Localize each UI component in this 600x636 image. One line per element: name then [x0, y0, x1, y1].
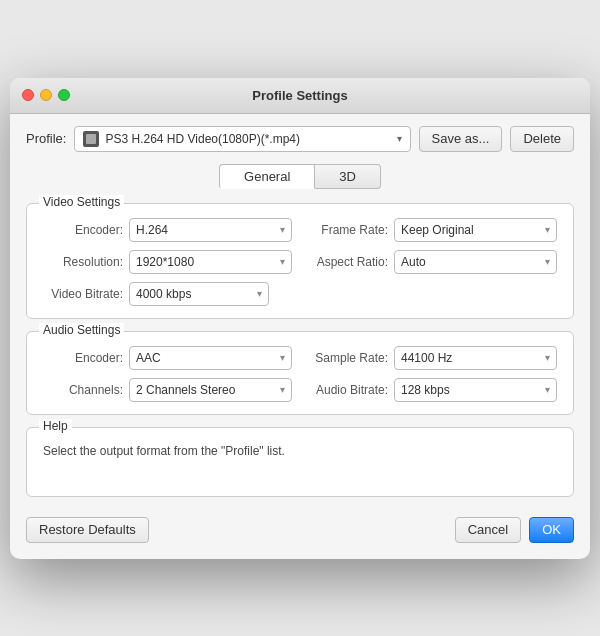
aspect-ratio-value: Auto: [401, 255, 426, 269]
content-area: Profile: PS3 H.264 HD Video(1080P)(*.mp4…: [10, 114, 590, 559]
chevron-down-icon: ▾: [397, 133, 402, 144]
help-text: Select the output format from the "Profi…: [43, 442, 557, 460]
help-title: Help: [39, 419, 72, 433]
dialog-window: Profile Settings Profile: PS3 H.264 HD V…: [10, 78, 590, 559]
frame-rate-row: Frame Rate: Keep Original ▾: [308, 218, 557, 242]
tab-3d[interactable]: 3D: [315, 164, 381, 189]
aspect-ratio-row: Aspect Ratio: Auto ▾: [308, 250, 557, 274]
channels-dropdown[interactable]: 2 Channels Stereo ▾: [129, 378, 292, 402]
profile-value: PS3 H.264 HD Video(1080P)(*.mp4): [105, 132, 392, 146]
frame-rate-dropdown[interactable]: Keep Original ▾: [394, 218, 557, 242]
video-bitrate-row: Video Bitrate: 4000 kbps ▾: [43, 282, 557, 306]
chevron-down-icon: ▾: [280, 384, 285, 395]
profile-row: Profile: PS3 H.264 HD Video(1080P)(*.mp4…: [26, 126, 574, 152]
window-title: Profile Settings: [252, 88, 347, 103]
channels-row: Channels: 2 Channels Stereo ▾: [43, 378, 292, 402]
restore-defaults-button[interactable]: Restore Defaults: [26, 517, 149, 543]
video-bitrate-value: 4000 kbps: [136, 287, 191, 301]
video-bitrate-dropdown[interactable]: 4000 kbps ▾: [129, 282, 269, 306]
audio-bitrate-value: 128 kbps: [401, 383, 450, 397]
minimize-button[interactable]: [40, 89, 52, 101]
ok-button[interactable]: OK: [529, 517, 574, 543]
channels-value: 2 Channels Stereo: [136, 383, 235, 397]
encoder-dropdown[interactable]: H.264 ▾: [129, 218, 292, 242]
chevron-down-icon: ▾: [280, 352, 285, 363]
audio-encoder-row: Encoder: AAC ▾: [43, 346, 292, 370]
chevron-down-icon: ▾: [280, 224, 285, 235]
aspect-ratio-label: Aspect Ratio:: [308, 255, 388, 269]
audio-bitrate-label: Audio Bitrate:: [308, 383, 388, 397]
resolution-label: Resolution:: [43, 255, 123, 269]
save-as-button[interactable]: Save as...: [419, 126, 503, 152]
cancel-button[interactable]: Cancel: [455, 517, 521, 543]
profile-dropdown[interactable]: PS3 H.264 HD Video(1080P)(*.mp4) ▾: [74, 126, 410, 152]
help-section: Help Select the output format from the "…: [26, 427, 574, 497]
video-settings-grid: Encoder: H.264 ▾ Frame Rate: Keep Origin…: [43, 218, 557, 274]
aspect-ratio-dropdown[interactable]: Auto ▾: [394, 250, 557, 274]
tab-general[interactable]: General: [219, 164, 315, 189]
video-settings-title: Video Settings: [39, 195, 124, 209]
bottom-right-buttons: Cancel OK: [455, 517, 574, 543]
resolution-value: 1920*1080: [136, 255, 194, 269]
bottom-bar: Restore Defaults Cancel OK: [26, 513, 574, 543]
sample-rate-row: Sample Rate: 44100 Hz ▾: [308, 346, 557, 370]
encoder-label: Encoder:: [43, 223, 123, 237]
chevron-down-icon: ▾: [257, 288, 262, 299]
sample-rate-dropdown[interactable]: 44100 Hz ▾: [394, 346, 557, 370]
profile-icon: [83, 131, 99, 147]
frame-rate-value: Keep Original: [401, 223, 474, 237]
resolution-dropdown[interactable]: 1920*1080 ▾: [129, 250, 292, 274]
chevron-down-icon: ▾: [545, 384, 550, 395]
audio-bitrate-dropdown[interactable]: 128 kbps ▾: [394, 378, 557, 402]
traffic-lights: [22, 89, 70, 101]
video-settings-section: Video Settings Encoder: H.264 ▾ Frame Ra…: [26, 203, 574, 319]
maximize-button[interactable]: [58, 89, 70, 101]
audio-encoder-label: Encoder:: [43, 351, 123, 365]
chevron-down-icon: ▾: [545, 256, 550, 267]
chevron-down-icon: ▾: [280, 256, 285, 267]
sample-rate-value: 44100 Hz: [401, 351, 452, 365]
tabs-bar: General 3D: [26, 164, 574, 189]
audio-settings-section: Audio Settings Encoder: AAC ▾ Sample Rat…: [26, 331, 574, 415]
audio-settings-title: Audio Settings: [39, 323, 124, 337]
titlebar: Profile Settings: [10, 78, 590, 114]
video-bitrate-label: Video Bitrate:: [43, 287, 123, 301]
audio-encoder-value: AAC: [136, 351, 161, 365]
audio-settings-grid: Encoder: AAC ▾ Sample Rate: 44100 Hz ▾: [43, 346, 557, 402]
profile-label: Profile:: [26, 131, 66, 146]
encoder-row: Encoder: H.264 ▾: [43, 218, 292, 242]
channels-label: Channels:: [43, 383, 123, 397]
delete-button[interactable]: Delete: [510, 126, 574, 152]
chevron-down-icon: ▾: [545, 224, 550, 235]
close-button[interactable]: [22, 89, 34, 101]
chevron-down-icon: ▾: [545, 352, 550, 363]
frame-rate-label: Frame Rate:: [308, 223, 388, 237]
resolution-row: Resolution: 1920*1080 ▾: [43, 250, 292, 274]
encoder-value: H.264: [136, 223, 168, 237]
sample-rate-label: Sample Rate:: [308, 351, 388, 365]
audio-bitrate-row: Audio Bitrate: 128 kbps ▾: [308, 378, 557, 402]
audio-encoder-dropdown[interactable]: AAC ▾: [129, 346, 292, 370]
